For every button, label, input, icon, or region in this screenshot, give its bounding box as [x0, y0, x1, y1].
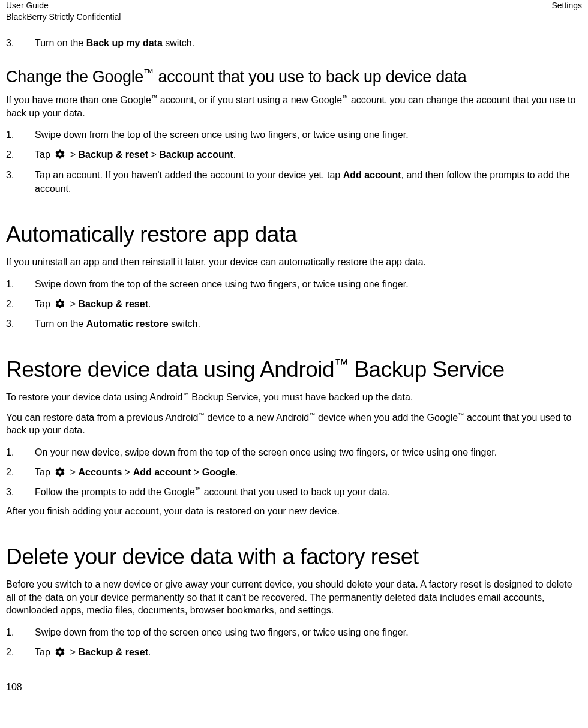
paragraph-text: You can restore data from a previous And… [6, 412, 199, 423]
step-text: Tap [35, 647, 53, 657]
step-number: 1. [6, 128, 14, 142]
step-bold: Add account [133, 467, 191, 477]
step-text: Follow the prompts to add the Google [35, 487, 195, 497]
step-number: 2. [6, 148, 14, 161]
step-text: . [148, 299, 151, 309]
step-bold: Google [202, 467, 235, 477]
trademark-icon: ™ [182, 391, 188, 398]
paragraph-text: Backup Service, you must have backed up … [189, 392, 413, 402]
section-heading-restore-android: Restore device data using Android™ Backu… [6, 357, 582, 382]
list-item: 1. Swipe down from the top of the screen… [6, 128, 582, 142]
header-title: User Guide [6, 0, 121, 11]
section4-steps: 1. Swipe down from the top of the screen… [6, 625, 582, 659]
settings-gear-icon [55, 298, 65, 309]
paragraph-text: device to a new Android [205, 412, 309, 423]
list-item: 3. Tap an account. If you haven't added … [6, 168, 582, 196]
body-paragraph: If you have more than one Google™ accoun… [6, 94, 582, 119]
body-paragraph: To restore your device data using Androi… [6, 391, 582, 404]
settings-gear-icon [55, 646, 65, 657]
settings-gear-icon [55, 466, 65, 477]
intro-steps: 3. Turn on the Back up my data switch. [6, 36, 582, 50]
step-text: Swipe down from the top of the screen on… [35, 130, 409, 140]
step-text: Tap [35, 299, 53, 309]
header-confidential: BlackBerry Strictly Confidential [6, 11, 121, 23]
step-text: . [235, 467, 238, 477]
step-bold: Accounts [78, 467, 122, 477]
header-right: Settings [551, 0, 582, 23]
section2-steps: 1. Swipe down from the top of the screen… [6, 277, 582, 331]
step-number: 3. [6, 485, 14, 499]
heading-text: Backup Service [349, 357, 505, 382]
step-bold: Backup & reset [78, 149, 148, 160]
section1-steps: 1. Swipe down from the top of the screen… [6, 128, 582, 196]
step-text: On your new device, swipe down from the … [35, 447, 497, 457]
step-text: > [67, 467, 78, 477]
header-left: User Guide BlackBerry Strictly Confident… [6, 0, 121, 23]
list-item: 1. On your new device, swipe down from t… [6, 445, 582, 459]
step-number: 3. [6, 168, 14, 182]
section-heading-change-google: Change the Google™ account that you use … [6, 68, 582, 86]
step-number: 1. [6, 445, 14, 459]
step-bold: Automatic restore [86, 319, 169, 329]
list-item: 3. Turn on the Automatic restore switch. [6, 317, 582, 331]
paragraph-text: account, or if you start using a new Goo… [157, 95, 342, 105]
step-number: 3. [6, 317, 14, 331]
section-heading-factory-reset: Delete your device data with a factory r… [6, 544, 582, 570]
step-number: 2. [6, 645, 14, 659]
step-text: Swipe down from the top of the screen on… [35, 279, 409, 289]
step-text: > [67, 149, 78, 160]
paragraph-text: To restore your device data using Androi… [6, 392, 182, 402]
trademark-icon: ™ [309, 411, 315, 418]
list-item: 3. Turn on the Back up my data switch. [6, 36, 582, 50]
body-paragraph: Before you switch to a new device or giv… [6, 578, 582, 617]
step-number: 1. [6, 625, 14, 639]
step-text: switch. [169, 319, 200, 329]
step-text: Tap [35, 149, 53, 160]
paragraph-text: If you have more than one Google [6, 95, 151, 105]
list-item: 2. Tap > Backup & reset. [6, 297, 582, 311]
step-number: 1. [6, 277, 14, 291]
step-bold: Add account [343, 170, 401, 180]
step-text: > [67, 647, 78, 657]
step-text: Turn on the [35, 38, 86, 48]
section3-steps: 1. On your new device, swipe down from t… [6, 445, 582, 499]
list-item: 1. Swipe down from the top of the screen… [6, 277, 582, 291]
page-number: 108 [6, 682, 582, 693]
step-text: . [233, 149, 236, 160]
list-item: 2. Tap > Backup & reset > Backup account… [6, 148, 582, 161]
body-paragraph: If you uninstall an app and then reinsta… [6, 256, 582, 269]
body-paragraph: You can restore data from a previous And… [6, 411, 582, 437]
step-number: 2. [6, 465, 14, 479]
trademark-icon: ™ [334, 356, 349, 372]
step-text: account that you used to back up your da… [201, 487, 390, 497]
page-header: User Guide BlackBerry Strictly Confident… [6, 0, 582, 23]
trademark-icon: ™ [199, 411, 205, 418]
step-text: Swipe down from the top of the screen on… [35, 627, 409, 637]
step-number: 3. [6, 36, 14, 50]
trademark-icon: ™ [151, 94, 157, 101]
trademark-icon: ™ [143, 67, 154, 79]
body-paragraph: After you finish adding your account, yo… [6, 505, 582, 518]
step-text: Tap [35, 467, 53, 477]
step-text: > [191, 467, 202, 477]
step-number: 2. [6, 297, 14, 311]
heading-text: Restore device data using Android [6, 357, 334, 382]
step-text: switch. [163, 38, 194, 48]
paragraph-text: device when you add the Google [316, 412, 458, 423]
step-bold: Backup & reset [78, 299, 148, 309]
step-bold: Back up my data [86, 38, 163, 48]
list-item: 2. Tap > Accounts > Add account > Google… [6, 465, 582, 479]
trademark-icon: ™ [458, 411, 464, 418]
step-bold: Backup account [159, 149, 233, 160]
heading-text: Change the Google [6, 68, 143, 86]
list-item: 1. Swipe down from the top of the screen… [6, 625, 582, 639]
list-item: 2. Tap > Backup & reset. [6, 645, 582, 659]
step-text: Turn on the [35, 319, 86, 329]
step-text: > [67, 299, 78, 309]
settings-gear-icon [55, 149, 65, 160]
section-heading-auto-restore: Automatically restore app data [6, 222, 582, 247]
step-text: Tap an account. If you haven't added the… [35, 170, 343, 180]
list-item: 3. Follow the prompts to add the Google™… [6, 485, 582, 499]
step-text: . [148, 647, 151, 657]
step-bold: Backup & reset [78, 647, 148, 657]
